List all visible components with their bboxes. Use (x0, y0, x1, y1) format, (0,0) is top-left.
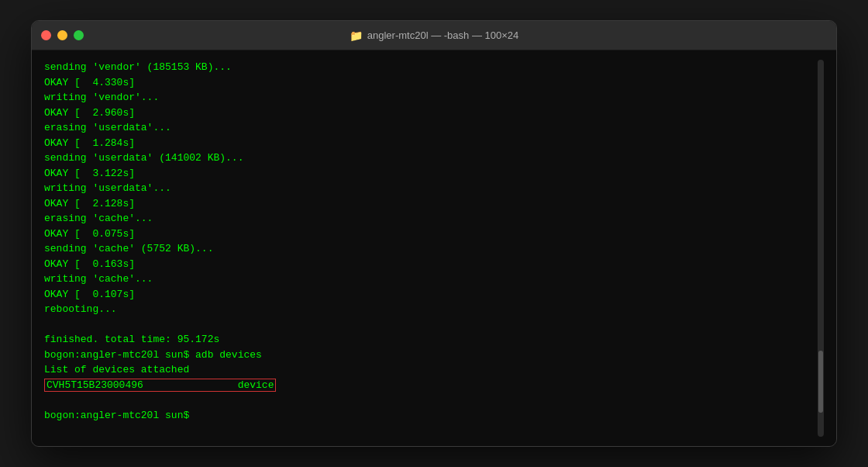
terminal-line: List of devices attached (44, 362, 815, 378)
terminal-line: OKAY [ 0.163s] (44, 257, 815, 272)
terminal-line: writing 'vendor'... (44, 90, 815, 106)
terminal-line: OKAY [ 0.107s] (44, 287, 815, 303)
minimize-button[interactable] (57, 30, 67, 40)
window-title: 📁 angler-mtc20l — -bash — 100×24 (350, 29, 518, 42)
terminal-line: erasing 'userdata'... (44, 120, 815, 136)
terminal-line: rebooting... (44, 302, 815, 317)
device-line: CVH5T15B23000496 device (44, 378, 815, 393)
terminal-line: sending 'userdata' (141002 KB)... (44, 150, 815, 166)
terminal-line: OKAY [ 3.122s] (44, 166, 815, 182)
terminal-line: erasing 'cache'... (44, 211, 815, 227)
scrollbar-thumb[interactable] (818, 351, 823, 413)
titlebar: 📁 angler-mtc20l — -bash — 100×24 (32, 21, 836, 50)
terminal-line: OKAY [ 2.960s] (44, 106, 815, 121)
traffic-lights (41, 30, 84, 40)
close-button[interactable] (41, 30, 51, 40)
folder-icon: 📁 (350, 29, 363, 42)
terminal-output: sending 'vendor' (185153 KB)...OKAY [ 4.… (44, 60, 815, 423)
terminal-line: OKAY [ 0.075s] (44, 227, 815, 242)
device-highlight-box: CVH5T15B23000496 device (44, 379, 276, 392)
terminal-window: 📁 angler-mtc20l — -bash — 100×24 sending… (31, 20, 837, 447)
maximize-button[interactable] (74, 30, 84, 40)
terminal-line: OKAY [ 4.330s] (44, 75, 815, 91)
scrollbar[interactable] (818, 60, 824, 437)
terminal-body[interactable]: sending 'vendor' (185153 KB)...OKAY [ 4.… (32, 50, 836, 446)
terminal-line: OKAY [ 2.128s] (44, 196, 815, 212)
terminal-line: sending 'cache' (5752 KB)... (44, 241, 815, 257)
terminal-line: finished. total time: 95.172s (44, 332, 815, 348)
terminal-line: bogon:angler-mtc20l sun$ adb devices (44, 348, 815, 363)
terminal-line: writing 'cache'... (44, 272, 815, 287)
terminal-line: writing 'userdata'... (44, 181, 815, 196)
final-prompt: bogon:angler-mtc20l sun$ (44, 408, 815, 424)
terminal-line (44, 317, 815, 333)
terminal-line: sending 'vendor' (185153 KB)... (44, 60, 815, 75)
terminal-content: sending 'vendor' (185153 KB)...OKAY [ 4.… (44, 60, 815, 437)
terminal-line: OKAY [ 1.284s] (44, 136, 815, 151)
